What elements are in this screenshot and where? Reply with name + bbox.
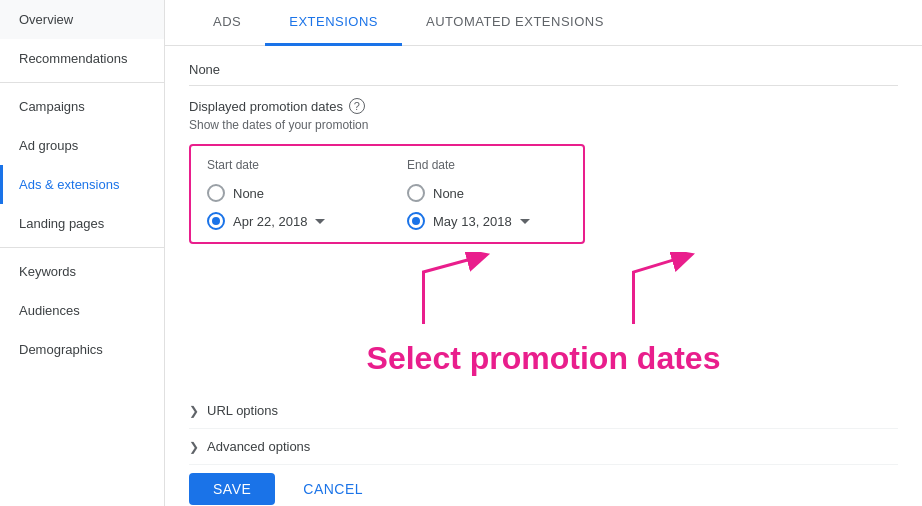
cancel-button[interactable]: CANCEL	[287, 473, 379, 505]
sidebar-item-adgroups[interactable]: Ad groups	[0, 126, 164, 165]
start-none-radio-button[interactable]	[207, 184, 225, 202]
annotation-text: Select promotion dates	[189, 340, 898, 377]
tab-automated-extensions[interactable]: AUTOMATED EXTENSIONS	[402, 0, 628, 46]
end-date-none-radio[interactable]: None	[407, 184, 567, 202]
end-date-value-radio[interactable]: May 13, 2018	[407, 212, 567, 230]
sidebar-item-recommendations[interactable]: Recommendations	[0, 39, 164, 78]
start-date-col: Start date None Apr 22, 2018	[207, 158, 367, 230]
tab-bar: ADS EXTENSIONS AUTOMATED EXTENSIONS	[165, 0, 922, 46]
end-date-dropdown[interactable]: May 13, 2018	[433, 214, 530, 229]
advanced-options-chevron-icon: ❯	[189, 440, 199, 454]
sidebar-divider-1	[0, 82, 164, 83]
tab-extensions[interactable]: EXTENSIONS	[265, 0, 402, 46]
advanced-options-section[interactable]: ❯ Advanced options	[189, 429, 898, 465]
promo-dates-label: Displayed promotion dates ?	[189, 98, 898, 114]
start-date-radio-button[interactable]	[207, 212, 225, 230]
start-date-chevron-icon	[315, 219, 325, 224]
sidebar-item-landing-pages[interactable]: Landing pages	[0, 204, 164, 243]
sidebar-item-demographics[interactable]: Demographics	[0, 330, 164, 369]
tab-ads[interactable]: ADS	[189, 0, 265, 46]
end-none-radio-button[interactable]	[407, 184, 425, 202]
end-date-radio-button[interactable]	[407, 212, 425, 230]
sidebar-item-audiences[interactable]: Audiences	[0, 291, 164, 330]
sidebar-item-ads-extensions[interactable]: Ads & extensions	[0, 165, 164, 204]
url-options-chevron-icon: ❯	[189, 404, 199, 418]
main-content: ADS EXTENSIONS AUTOMATED EXTENSIONS None…	[165, 0, 922, 506]
url-options-section[interactable]: ❯ URL options	[189, 393, 898, 429]
end-date-col: End date None May 13, 2018	[407, 158, 567, 230]
end-date-label: End date	[407, 158, 567, 172]
start-date-label: Start date	[207, 158, 367, 172]
sidebar-divider-2	[0, 247, 164, 248]
date-selection-box: Start date None Apr 22, 2018	[189, 144, 585, 244]
start-date-value-radio[interactable]: Apr 22, 2018	[207, 212, 367, 230]
start-date-radio-inner	[212, 217, 220, 225]
start-date-none-radio[interactable]: None	[207, 184, 367, 202]
none-row: None	[189, 62, 898, 86]
start-date-dropdown[interactable]: Apr 22, 2018	[233, 214, 325, 229]
sidebar-item-keywords[interactable]: Keywords	[0, 252, 164, 291]
promo-dates-sublabel: Show the dates of your promotion	[189, 118, 898, 132]
arrows-container	[189, 252, 898, 332]
end-date-radio-inner	[412, 217, 420, 225]
content-area: None Displayed promotion dates ? Show th…	[165, 46, 922, 506]
annotation-arrows	[189, 252, 898, 332]
sidebar: Overview Recommendations Campaigns Ad gr…	[0, 0, 165, 506]
save-button[interactable]: SAVE	[189, 473, 275, 505]
sidebar-item-overview[interactable]: Overview	[0, 0, 164, 39]
help-icon[interactable]: ?	[349, 98, 365, 114]
sidebar-item-campaigns[interactable]: Campaigns	[0, 87, 164, 126]
end-date-chevron-icon	[520, 219, 530, 224]
action-buttons: SAVE CANCEL	[189, 473, 898, 505]
